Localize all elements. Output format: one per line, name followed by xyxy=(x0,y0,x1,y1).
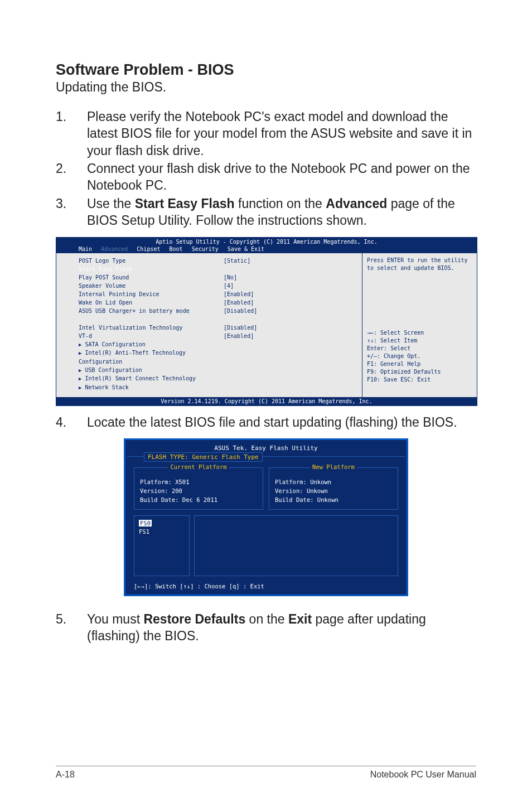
bios-header: Aptio Setup Utility - Copyright (C) 2011… xyxy=(56,238,477,245)
fs-item-selected[interactable]: FS0 xyxy=(139,520,152,526)
bios-row-label[interactable]: Internal Pointing Device xyxy=(79,290,224,298)
tab-boot[interactable]: Boot xyxy=(170,246,183,252)
fs-content-pane xyxy=(194,515,398,577)
bios-key-hint: →←: Select Screen xyxy=(367,329,472,337)
fs-list[interactable]: FS0 FS1 xyxy=(134,515,190,577)
bios-row-value: [Disabled] xyxy=(224,323,257,332)
bios-submenu[interactable]: ▶ USB Configuration xyxy=(79,366,224,375)
triangle-icon: ▶ xyxy=(79,385,81,390)
bios-row-label[interactable]: POST Logo Type xyxy=(79,257,224,265)
bios-key-hint: +/—: Change Opt. xyxy=(367,352,472,360)
tab-chipset[interactable]: Chipset xyxy=(137,246,160,252)
bios-row-value: [Static] xyxy=(224,257,257,265)
bios-submenu[interactable]: ▶ SATA Configuration xyxy=(79,340,224,349)
platform-line: Version: Unkown xyxy=(275,487,392,496)
current-platform-panel: Current Platform Platform: X501 Version:… xyxy=(134,467,263,509)
flash-type-label: FLASH TYPE: Generic Flash Type xyxy=(144,452,263,462)
tab-advanced[interactable]: Advanced xyxy=(101,246,128,252)
steps-list: 1. Please verify the Notebook PC's exact… xyxy=(56,108,476,229)
bios-row-value: [4] xyxy=(224,282,257,290)
step-number: 4. xyxy=(56,414,87,431)
bios-submenu[interactable]: ▶ Intel(R) Anti-Theft Technology Configu… xyxy=(79,349,224,366)
triangle-icon: ▶ xyxy=(79,350,81,356)
bios-row-label[interactable]: Intel Virtualization Technology xyxy=(79,323,224,332)
bios-key-hint: F10: Save ESC: Exit xyxy=(367,376,472,384)
flash-utility-screenshot: ASUS Tek. Easy Flash Utility FLASH TYPE:… xyxy=(124,438,408,596)
bios-key-hint: F9: Optimized Defaults xyxy=(367,368,472,376)
tab-security[interactable]: Security xyxy=(192,246,219,252)
bios-tabs: Main Advanced Chipset Boot Security Save… xyxy=(56,245,477,253)
bios-row-value: [Disabled] xyxy=(224,307,257,315)
bios-key-hint: ↑↓: Select Item xyxy=(367,337,472,345)
bios-row-label[interactable]: Wake On Lid Open xyxy=(79,298,224,307)
platform-line: Build Date: Unkown xyxy=(275,496,392,505)
bios-footer: Version 2.14.1219. Copyright (C) 2011 Am… xyxy=(56,397,477,405)
bios-row-selected[interactable]: Start Easy Flash xyxy=(79,265,224,273)
page-number: A-18 xyxy=(56,770,75,780)
platform-line: Platform: X501 xyxy=(140,478,257,487)
page-title: Software Problem - BIOS xyxy=(56,61,476,79)
bios-help-text: Press ENTER to run the utility xyxy=(367,257,472,264)
list-item: 5. You must Restore Defaults on the Exit… xyxy=(56,611,476,645)
step-text: Use the Start Easy Flash function on the… xyxy=(87,195,476,229)
step-text: You must Restore Defaults on the Exit pa… xyxy=(87,611,476,645)
step-number: 3. xyxy=(56,195,87,229)
steps-list-2: 4. Locate the latest BIOS file and start… xyxy=(56,414,476,431)
bios-row-label[interactable]: Play POST Sound xyxy=(79,273,224,282)
bios-row-label[interactable]: Speaker Volume xyxy=(79,282,224,290)
step-text: Locate the latest BIOS file and start up… xyxy=(87,414,476,431)
footer-title: Notebook PC User Manual xyxy=(370,770,476,780)
step-number: 2. xyxy=(56,160,87,194)
bios-row-value: [No] xyxy=(224,273,257,282)
bios-help-text: to select and update BIOS. xyxy=(367,264,472,272)
step-number: 1. xyxy=(56,108,87,159)
bios-submenu[interactable]: ▶ Intel(R) Smart Connect Technology xyxy=(79,374,224,383)
panel-header: Current Platform xyxy=(168,463,229,472)
bios-submenu[interactable]: ▶ Network Stack xyxy=(79,383,224,392)
list-item: 1. Please verify the Notebook PC's exact… xyxy=(56,108,476,159)
list-item: 4. Locate the latest BIOS file and start… xyxy=(56,414,476,431)
step-number: 5. xyxy=(56,611,87,645)
bios-row-value: [Enabled] xyxy=(224,290,257,298)
page-footer: A-18 Notebook PC User Manual xyxy=(56,766,476,780)
new-platform-panel: New Platform Platform: Unkown Version: U… xyxy=(269,467,398,509)
triangle-icon: ▶ xyxy=(79,368,81,373)
bios-row-label[interactable]: ASUS USB Charger+ in battery mode xyxy=(79,307,224,315)
platform-line: Version: 200 xyxy=(140,487,257,496)
step-text: Connect your flash disk drive to the Not… xyxy=(87,160,476,194)
page-subtitle: Updating the BIOS. xyxy=(56,80,476,95)
triangle-icon: ▶ xyxy=(79,342,81,347)
bios-screenshot: Aptio Setup Utility - Copyright (C) 2011… xyxy=(56,237,477,407)
flash-key-hints: [←→]: Switch [↑↓] : Choose [q] : Exit xyxy=(127,582,405,593)
list-item: 2. Connect your flash disk drive to the … xyxy=(56,160,476,194)
bios-key-hint: Enter: Select xyxy=(367,345,472,352)
step-text: Please verify the Notebook PC's exact mo… xyxy=(87,108,476,159)
bios-row-value: [Enabled] xyxy=(224,298,257,307)
bios-key-hint: F1: General Help xyxy=(367,360,472,368)
bios-row-label[interactable]: VT-d xyxy=(79,332,224,340)
steps-list-3: 5. You must Restore Defaults on the Exit… xyxy=(56,611,476,645)
platform-line: Build Date: Dec 6 2011 xyxy=(140,496,257,505)
triangle-icon: ▶ xyxy=(79,376,81,381)
bios-row-value: [Enabled] xyxy=(224,332,257,340)
panel-header: New Platform xyxy=(310,463,357,472)
tab-save-exit[interactable]: Save & Exit xyxy=(228,246,264,252)
tab-main[interactable]: Main xyxy=(79,246,92,252)
fs-item[interactable]: FS1 xyxy=(139,528,185,537)
list-item: 3. Use the Start Easy Flash function on … xyxy=(56,195,476,229)
platform-line: Platform: Unkown xyxy=(275,478,392,487)
